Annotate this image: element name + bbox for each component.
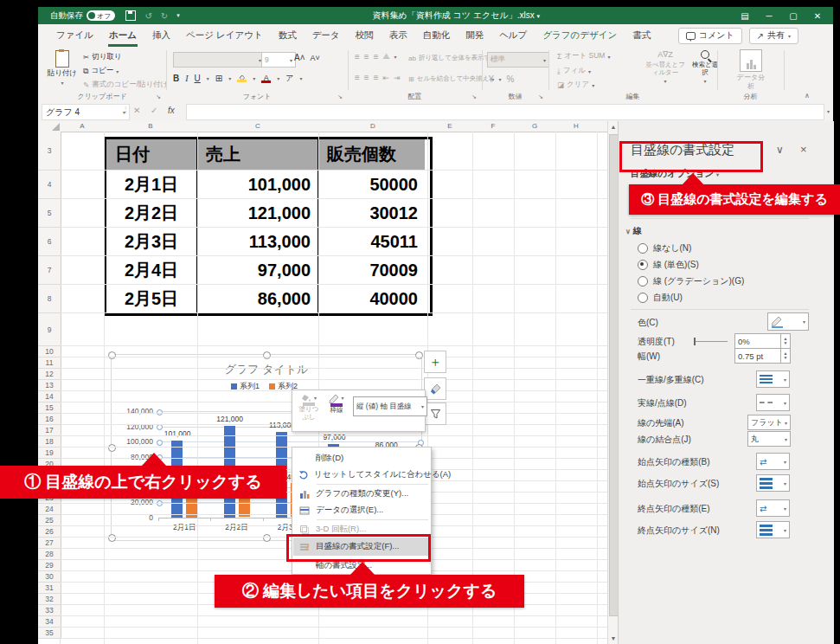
row-header-26[interactable]: 26 (38, 526, 61, 538)
row-header-19[interactable]: 19 (38, 448, 61, 459)
minimize-button[interactable]: ─ (757, 11, 781, 21)
ribbon-display-options-icon[interactable]: ▤ (733, 11, 757, 21)
fill-color-button[interactable]: ▾ 塗りつぶし (297, 394, 321, 421)
column-header-E[interactable]: E (427, 121, 473, 132)
alignment-dialog-launcher-icon[interactable]: ↘ (471, 93, 477, 100)
row-header-8[interactable]: 8 (38, 285, 61, 313)
autosum-button[interactable]: Σオート SUM▾ (557, 51, 610, 61)
radio-自動(U)[interactable]: 自動(U) (638, 291, 683, 305)
cell-r6c0[interactable]: 2月3日 (106, 228, 197, 256)
clear-button[interactable]: ◪クリア▾ (557, 80, 594, 90)
dropdown-始点矢印の種類(B)[interactable]: ⇄▾ (756, 453, 790, 470)
spin-field-幅(W)[interactable]: 0.75 pt (734, 348, 781, 364)
name-box[interactable]: グラフ 4▾ (42, 104, 130, 120)
font-grow-shrink[interactable]: A˄A˅ (294, 53, 320, 62)
radio-線 (グラデーション)(G)[interactable]: 線 (グラデーション)(G) (638, 274, 744, 288)
close-button[interactable]: ✕ (805, 11, 830, 21)
copy-button[interactable]: ⧉コピー▾ (83, 66, 119, 76)
bold-button[interactable]: B (173, 74, 179, 83)
cell-r8c2[interactable]: 40000 (318, 285, 425, 313)
column-header-B[interactable]: B (104, 121, 198, 132)
transparency-slider-track[interactable] (695, 341, 728, 342)
collapse-ribbon-icon[interactable]: ∧ (805, 92, 810, 100)
tab-ページ レイアウト[interactable]: ページ レイアウト (178, 24, 271, 47)
chart-elements-button[interactable]: ＋ (424, 351, 446, 373)
row-header-34[interactable]: 34 (38, 616, 61, 628)
column-header-F[interactable]: F (472, 121, 515, 132)
spin-arrows[interactable]: ▲▼ (781, 333, 791, 349)
borders-icon[interactable]: ⊞ (215, 74, 222, 83)
row-header-4[interactable]: 4 (38, 171, 61, 199)
row-header-7[interactable]: 7 (38, 256, 61, 285)
number-dialog-launcher-icon[interactable]: ↘ (538, 93, 543, 100)
row-header-28[interactable]: 28 (38, 549, 61, 560)
chart-selection-handle[interactable] (263, 351, 271, 359)
cell-r7c1[interactable]: 97,000 (197, 256, 318, 285)
tab-ファイル[interactable]: ファイル (48, 24, 101, 47)
row-header-30[interactable]: 30 (38, 571, 61, 583)
cell-r7c2[interactable]: 70009 (318, 256, 425, 285)
row-header-13[interactable]: 13 (38, 380, 61, 391)
cell-r8c1[interactable]: 86,000 (197, 285, 318, 313)
redo-icon[interactable]: ↻ (161, 11, 168, 21)
row-header-16[interactable]: 16 (38, 414, 61, 425)
transparency-slider-thumb[interactable] (694, 338, 696, 345)
tab-ヘルプ[interactable]: ヘルプ (491, 24, 535, 47)
row-header-9[interactable]: 9 (38, 313, 61, 346)
chart-selection-handle[interactable] (415, 351, 423, 359)
currency-icon[interactable]: ¥ (489, 74, 494, 84)
save-icon[interactable] (125, 10, 136, 21)
dropdown-終点矢印の種類(E)[interactable]: ⇄▾ (756, 499, 790, 517)
row-header-27[interactable]: 27 (38, 538, 61, 549)
menu-item-2[interactable]: リセットしてスタイルに合わせる(A) (293, 467, 430, 483)
decrease-font-icon[interactable]: A˅ (311, 54, 320, 62)
menu-item-4[interactable]: データの選択(E)... (293, 502, 430, 518)
font-size-combo[interactable]: 9▾ (261, 52, 296, 68)
color-picker-button[interactable]: ▾ (767, 312, 809, 331)
cell-r6c2[interactable]: 45011 (318, 228, 425, 256)
row-header-5[interactable]: 5 (38, 199, 61, 228)
enter-icon[interactable]: ✓ (151, 106, 157, 115)
combo-線の先端(A)[interactable]: フラット▾ (747, 415, 791, 430)
maximize-button[interactable]: ▢ (781, 11, 805, 21)
cell-r7c0[interactable]: 2月4日 (106, 256, 197, 285)
column-header-H[interactable]: H (555, 121, 598, 132)
column-header-G[interactable]: G (514, 121, 556, 132)
increase-font-icon[interactable]: A˄ (294, 53, 305, 62)
cell-r5c0[interactable]: 2月2日 (106, 199, 197, 228)
share-button[interactable]: ↗共有▾ (749, 28, 798, 44)
valign-icons[interactable]: ≡≡≡⟁▾ (355, 52, 397, 61)
row-header-3[interactable]: 3 (38, 132, 61, 171)
cell-r8c0[interactable]: 2月5日 (106, 285, 197, 313)
row-header-11[interactable]: 11 (38, 357, 61, 369)
combo-線の結合点(J)[interactable]: 丸▾ (747, 431, 791, 447)
font-name-combo[interactable]: ▾ (173, 52, 265, 68)
cell-r5c2[interactable]: 30012 (318, 199, 425, 228)
font-color-icon[interactable]: A (261, 74, 271, 83)
tab-表示[interactable]: 表示 (382, 24, 415, 47)
radio-線なし(N)[interactable]: 線なし(N) (638, 242, 691, 255)
comments-button[interactable]: コメント (678, 28, 742, 44)
furigana-icon[interactable]: ア (285, 73, 293, 84)
dropdown-一重線/多重線(C)[interactable]: ▾ (756, 370, 790, 388)
document-title[interactable]: 資料集め「資料作成 コツ エクセル」.xlsx ▾ (180, 10, 733, 22)
cell-header-販売個数[interactable]: 販売個数 (318, 139, 425, 171)
cancel-icon[interactable]: ✕ (133, 106, 140, 115)
cell-header-売上[interactable]: 売上 (197, 139, 318, 171)
number-format-combo[interactable]: 標準▾ (487, 52, 549, 68)
cell-r4c1[interactable]: 101,000 (197, 171, 318, 199)
dropdown-実線/点線(D)[interactable]: ▾ (756, 394, 790, 411)
clipboard-dialog-launcher-icon[interactable]: ↘ (156, 93, 161, 100)
row-header-33[interactable]: 33 (38, 605, 61, 616)
tab-グラフのデザイン[interactable]: グラフのデザイン (535, 24, 625, 47)
column-header-A[interactable]: A (61, 121, 105, 132)
chart-selection-handle[interactable] (108, 534, 116, 542)
underline-button[interactable]: U (195, 74, 201, 83)
tab-校閲[interactable]: 校閲 (348, 24, 382, 47)
cell-r4c2[interactable]: 50000 (318, 171, 425, 199)
sort-filter-button[interactable]: A∇Z並べ替えとフィルター▾ (644, 50, 687, 84)
font-dialog-launcher-icon[interactable]: ↘ (337, 93, 343, 100)
chart-selection-handle[interactable] (108, 351, 116, 359)
italic-button[interactable]: I (185, 74, 188, 83)
fill-button[interactable]: ⤓フィル▾ (557, 66, 591, 76)
